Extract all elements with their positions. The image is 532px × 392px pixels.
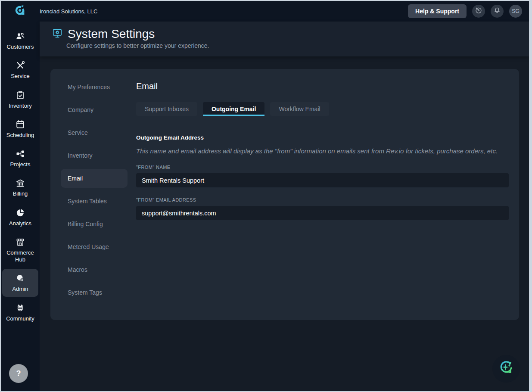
topbar-actions: Help & Support SG <box>408 4 529 18</box>
from-name-input[interactable] <box>136 173 509 187</box>
system-settings-monitor-gear-icon <box>52 28 63 40</box>
sidebar-item-label: Admin <box>12 286 28 292</box>
ai-assistant-button[interactable] <box>492 355 520 383</box>
commerce-hub-icon <box>15 237 25 247</box>
settings-nav-item-system-tables[interactable]: System Tables <box>61 192 128 211</box>
section-title: Outgoing Email Address <box>136 134 509 141</box>
ai-sparkle-refresh-icon <box>498 360 514 377</box>
settings-nav-item-email[interactable]: Email <box>61 169 128 188</box>
company-name: Ironclad Solutions, LLC <box>40 8 97 15</box>
sidebar-item-label: Community <box>6 315 34 322</box>
settings-nav-item-billing-config[interactable]: Billing Config <box>61 215 128 233</box>
email-settings-panel: Email Support Inboxes Outgoing Email Wor… <box>136 78 509 311</box>
sidebar-item-customers[interactable]: Customers <box>2 27 38 54</box>
sidebar-item-inventory[interactable]: Inventory <box>2 86 38 113</box>
sidebar-item-label: Analytics <box>9 220 31 227</box>
help-fab-button[interactable]: ? <box>9 364 28 383</box>
settings-nav-item-inventory[interactable]: Inventory <box>61 146 128 165</box>
sidebar-item-label: Customers <box>7 44 34 50</box>
help-support-button[interactable]: Help & Support <box>408 4 467 18</box>
revio-logo-icon <box>14 4 27 19</box>
sidebar-item-commerce-hub[interactable]: Commerce Hub <box>2 233 38 268</box>
settings-nav-item-macros[interactable]: Macros <box>61 260 128 279</box>
scheduling-icon <box>15 119 25 130</box>
from-email-input[interactable] <box>136 206 509 220</box>
history-button[interactable] <box>472 5 485 18</box>
from-name-label: "FROM" NAME <box>136 165 509 170</box>
user-avatar[interactable]: SG <box>509 5 522 18</box>
bell-icon <box>493 6 501 16</box>
page-subtitle: Configure settings to better optimize yo… <box>66 42 519 49</box>
settings-nav-item-system-tags[interactable]: System Tags <box>61 283 128 302</box>
tab-outgoing-email[interactable]: Outgoing Email <box>203 102 264 116</box>
history-icon <box>475 6 482 16</box>
sidebar-item-label: Projects <box>10 161 31 168</box>
settings-card: My Preferences Company Service Inventory… <box>50 69 519 320</box>
settings-nav-item-company[interactable]: Company <box>61 100 128 119</box>
sidebar-item-label: Commerce Hub <box>3 249 37 264</box>
sidebar: Customers Service <box>1 22 40 391</box>
topbar: Ironclad Solutions, LLC Help & Support <box>1 1 529 22</box>
settings-nav-item-metered-usage[interactable]: Metered Usage <box>61 237 128 256</box>
sidebar-item-service[interactable]: Service <box>2 56 38 84</box>
customers-icon <box>15 31 25 41</box>
tab-support-inboxes[interactable]: Support Inboxes <box>136 102 197 116</box>
sidebar-item-label: Service <box>11 73 29 80</box>
content-area: My Preferences Company Service Inventory… <box>40 56 529 391</box>
sidebar-item-scheduling[interactable]: Scheduling <box>2 115 38 143</box>
page-title: System Settings <box>68 27 155 41</box>
sidebar-item-community[interactable]: Community <box>2 299 38 326</box>
app-window: Ironclad Solutions, LLC Help & Support <box>1 1 529 391</box>
sidebar-item-label: Scheduling <box>6 132 34 139</box>
sidebar-item-admin[interactable]: Admin <box>2 269 38 296</box>
settings-nav: My Preferences Company Service Inventory… <box>61 78 128 311</box>
sidebar-item-label: Billing <box>13 190 28 197</box>
panel-heading: Email <box>136 81 509 91</box>
notifications-button[interactable] <box>491 5 504 18</box>
projects-icon <box>15 149 25 159</box>
page-header: System Settings Configure settings to be… <box>40 22 529 56</box>
inventory-icon <box>15 90 25 100</box>
tab-workflow-email[interactable]: Workflow Email <box>270 102 329 116</box>
sidebar-item-billing[interactable]: Billing <box>2 174 38 201</box>
from-email-label: "FROM" EMAIL ADDRESS <box>136 197 509 202</box>
settings-nav-item-service[interactable]: Service <box>61 123 128 142</box>
billing-icon <box>15 178 25 188</box>
sidebar-item-analytics[interactable]: Analytics <box>2 203 38 231</box>
admin-icon <box>15 273 25 283</box>
community-icon <box>15 303 25 313</box>
service-icon <box>15 60 25 71</box>
sidebar-item-label: Inventory <box>9 103 31 109</box>
app-logo[interactable] <box>1 4 40 19</box>
main-area: System Settings Configure settings to be… <box>40 22 529 391</box>
sidebar-item-projects[interactable]: Projects <box>2 144 38 172</box>
analytics-icon <box>15 208 25 218</box>
section-description: This name and email address will display… <box>136 147 509 155</box>
email-tabs: Support Inboxes Outgoing Email Workflow … <box>136 102 509 116</box>
settings-nav-item-my-preferences[interactable]: My Preferences <box>61 78 128 96</box>
